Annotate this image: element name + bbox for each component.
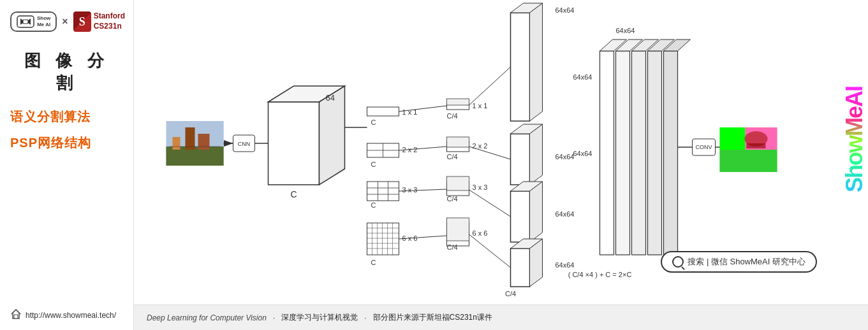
footer-dot1: · [273,313,275,322]
concat-top-label: 64x64 [616,27,635,34]
pool-1x1-rect [367,107,399,116]
concat-slab4 [648,51,662,255]
slab-2-label: 64x64 [555,153,575,161]
logo-area: Show Me AI × S Stanford CS231n [10,11,123,32]
conv-3x3-c4: C/4 [447,195,458,203]
conv-1x1-rect2 [447,99,469,105]
arr-c4-4 [469,234,511,268]
input-image-bldg1 [173,137,180,150]
stanford-logo: S Stanford CS231n [73,11,125,32]
slab-top-label: 64x64 [555,6,575,14]
pool-3x3-label: 3 x 3 [402,186,418,194]
pool-2x2-c: C [371,161,376,168]
input-image-bldg2 [198,134,210,150]
conv-2x2-c4: C/4 [447,153,458,161]
diagram-area: CNN C 64 1 x 1 C [134,0,868,305]
svg-line-7 [11,310,16,314]
subtitle-2: PSP网络结构 [10,134,123,152]
cube1-front [268,102,320,185]
svg-marker-3 [28,18,31,25]
pool-3x3-c: C [371,201,376,209]
concat-left-label1: 64x64 [573,73,592,81]
website-icon [10,308,22,322]
svg-rect-1 [23,20,28,24]
conv-2x2-size: 2 x 2 [473,142,488,150]
arr-c4-1 [469,67,511,105]
slab-3 [511,191,530,242]
slab-4-side-label: 64x64 [555,261,575,269]
footer-dot2: · [364,313,366,322]
conv-output-label: CONV [695,144,712,150]
output-green2 [720,150,777,172]
page-title: 图 像 分 割 [10,50,123,94]
slab-3-right [530,182,543,242]
search-icon [672,256,684,268]
stanford-line2: CS231n [94,22,125,32]
subtitle-1: 语义分割算法 [10,108,123,126]
website-url[interactable]: http://www.showmeai.tech/ [26,311,116,320]
pool-6x6-c: C [371,259,376,266]
conv-6x6-size: 6 x 6 [473,229,488,237]
slab-4-label: C/4 [505,290,516,298]
search-bar[interactable]: 搜索 | 微信 ShowMeAI 研究中心 [661,251,817,273]
cross-icon: × [62,16,68,27]
footer-source-text: 部分图片来源于斯坦福CS231n课件 [373,312,492,323]
sidebar: Show Me AI × S Stanford CS231n 图 像 分 割 语… [0,0,134,330]
slab-3-label: 64x64 [555,210,575,218]
concat-slab3 [632,51,646,255]
cube1-64-label: 64 [326,93,335,103]
pool-1x1-c: C [371,118,376,126]
concat-slab2 [616,51,630,255]
conv-1x1-size: 1 x 1 [473,102,488,110]
slab-4 [511,248,530,287]
pool-3x3-rect [367,182,399,201]
conv-3x3-rect2 [447,176,469,190]
show-me-ai-icon [17,15,34,28]
show-me-ai-logo: Show Me AI [10,11,57,32]
svg-rect-0 [17,16,34,27]
output-green1 [720,127,746,150]
formula-text: ( C/4 ×4 ) + C = 2×C [568,271,632,278]
svg-marker-2 [20,18,23,25]
stanford-s-icon: S [73,11,91,32]
conv-3x3-size: 3 x 3 [473,183,488,191]
stanford-line1: Stanford [94,11,125,22]
slab-2-right [530,124,543,185]
arr-c4-3 [469,190,511,217]
svg-line-8 [16,310,20,314]
main-content: CNN C 64 1 x 1 C [134,0,868,330]
footer-italic-text: Deep Learning for Computer Vision [147,313,267,322]
cube1-c-label: C [290,189,297,199]
slab-2 [511,134,530,185]
slab-top-right [530,3,543,121]
concat-slab1 [600,51,614,255]
footer: Deep Learning for Computer Vision · 深度学习… [134,305,868,330]
pool-6x6-rect [367,223,399,255]
show-me-ai-text: Show Me AI [37,15,50,27]
search-text: 搜索 | 微信 ShowMeAI 研究中心 [688,256,805,268]
arr-c4-2 [469,147,511,159]
cnn-label: CNN [238,141,251,147]
stanford-text: Stanford CS231n [94,11,125,31]
concat-left-label2: 64x64 [573,150,592,157]
concat-slab5 [664,51,678,255]
website-row: http://www.showmeai.tech/ [10,308,123,322]
conv-1x1-c4: C/4 [447,112,458,120]
footer-cn-text: 深度学习与计算机视觉 [281,312,358,323]
output-animal-body [747,143,766,148]
conv-6x6-rect2 [447,218,469,241]
slab-top [511,13,530,121]
conv-6x6-c4: C/4 [447,243,458,251]
conv-2x2-rect2 [447,137,469,147]
